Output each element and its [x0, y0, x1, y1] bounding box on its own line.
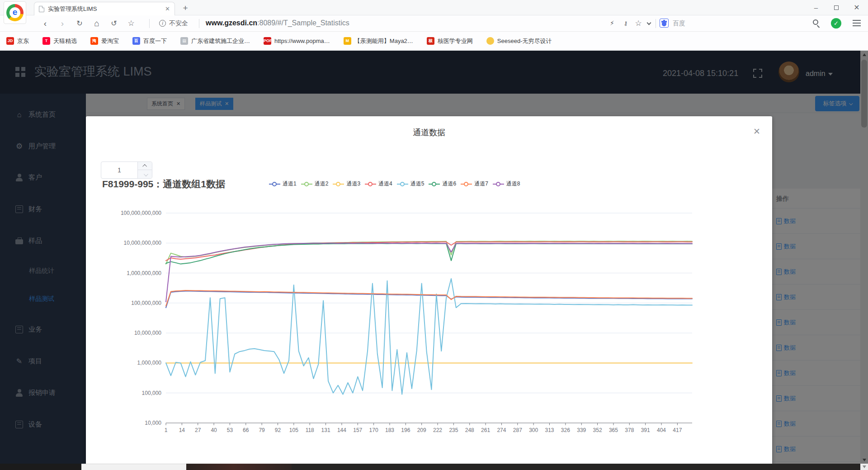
group-number-input[interactable]	[101, 162, 137, 178]
browser-logo-ring: e	[6, 4, 24, 21]
chart-title: F81999-995：通道数组1数据	[102, 178, 225, 190]
menu-icon[interactable]	[853, 20, 861, 26]
url-path: :8089/#/T_Sample_Statistics	[257, 19, 349, 27]
chart-legend: 通道1通道2通道3通道4通道5通道6通道7通道8	[269, 180, 520, 188]
tab-title: 实验管理系统LIMS	[48, 5, 162, 13]
bookmark-icon: 淘	[90, 37, 98, 45]
window-maximize-button[interactable]	[829, 2, 844, 14]
y-axis-tick-label: 1,000,000	[137, 360, 162, 366]
bookmark-item[interactable]: 淘爱淘宝	[90, 37, 119, 45]
new-tab-button[interactable]: +	[180, 3, 191, 14]
x-axis-tick-label: 365	[609, 427, 618, 433]
info-icon[interactable]: i	[159, 20, 166, 27]
browser-logo-e: e	[9, 7, 20, 18]
x-axis-tick-label: 14	[179, 427, 185, 433]
reload-icon[interactable]: ↻	[73, 17, 86, 30]
key-icon[interactable]: ⚷	[619, 17, 632, 30]
y-axis-tick-label: 10,000,000,000	[124, 240, 162, 246]
legend-item-通道2[interactable]: 通道2	[301, 180, 329, 188]
tab-close-icon[interactable]: ✕	[165, 5, 170, 12]
y-axis-tick-label: 100,000	[142, 390, 162, 396]
window-minimize-button[interactable]: –	[808, 2, 824, 14]
legend-label: 通道4	[378, 180, 392, 188]
bookmark-label: 百度一下	[143, 37, 167, 45]
horizontal-scrollbar[interactable]	[81, 464, 186, 470]
legend-item-通道7[interactable]: 通道7	[461, 180, 488, 188]
browser-tab[interactable]: 实验管理系统LIMS ✕	[34, 2, 175, 15]
y-axis-tick-label: 10,000,000	[134, 330, 161, 336]
bookmark-label: Seeseed-无穷尽设计	[497, 37, 552, 45]
url-bar[interactable]: www.gzesdi.cn:8089/#/T_Sample_Statistics	[206, 19, 349, 27]
security-label[interactable]: 不安全	[169, 19, 188, 28]
group-number-stepper	[101, 161, 152, 179]
chevron-down-icon[interactable]	[647, 21, 651, 25]
bookmark-icon: 核	[427, 37, 434, 45]
divider	[199, 19, 199, 28]
x-axis-tick-label: 261	[481, 427, 490, 433]
safety-badge-icon[interactable]: ✓	[831, 18, 841, 28]
bookmark-item[interactable]: JD京东	[6, 37, 29, 45]
browser-toolbar: ‹ › ↻ ⌂ ↺ ☆ i 不安全 www.gzesdi.cn:8089/#/T…	[0, 15, 868, 32]
search-engine-label[interactable]: 百度	[673, 19, 685, 28]
bookmark-label: 核医学专业网	[438, 37, 473, 45]
browser-logo: e	[4, 1, 26, 24]
forward-icon[interactable]: ›	[56, 17, 69, 30]
x-axis-tick-label: 144	[337, 427, 346, 433]
bookmark-label: https://www.popma…	[274, 38, 330, 44]
legend-item-通道5[interactable]: 通道5	[397, 180, 425, 188]
legend-marker-icon	[493, 181, 504, 187]
home-icon[interactable]: ⌂	[90, 17, 103, 30]
bookmark-icon: POP	[264, 37, 271, 45]
baidu-icon[interactable]	[660, 19, 669, 28]
y-axis-tick-label: 100,000,000,000	[121, 210, 161, 216]
increase-button[interactable]	[138, 162, 152, 170]
window-close-button[interactable]: ✕	[849, 2, 864, 14]
x-axis-tick-label: 274	[497, 427, 506, 433]
legend-item-通道3[interactable]: 通道3	[333, 180, 360, 188]
legend-item-通道4[interactable]: 通道4	[365, 180, 392, 188]
screen: e 实验管理系统LIMS ✕ + – ✕ ‹ › ↻ ⌂ ↺ ☆ i 不安全 w…	[0, 0, 868, 470]
y-axis-tick-label: 100,000,000	[131, 300, 161, 306]
x-axis-tick-label: 287	[513, 427, 522, 433]
legend-marker-icon	[301, 181, 312, 187]
x-axis-tick-label: 378	[625, 427, 634, 433]
bottom-strip-dark	[0, 464, 81, 470]
series-line-通道6	[166, 243, 692, 264]
bookmark-label: 天猫精选	[53, 37, 77, 45]
legend-label: 通道2	[315, 180, 329, 188]
dialog-close-icon[interactable]: ✕	[751, 126, 762, 137]
bookmark-icon: T	[42, 37, 50, 45]
undo-icon[interactable]: ↺	[108, 17, 120, 30]
bookmark-item[interactable]: T天猫精选	[42, 37, 77, 45]
flash-icon[interactable]: ⚡	[606, 17, 618, 30]
series-line-通道2	[166, 241, 692, 264]
x-axis-tick-label: 339	[577, 427, 586, 433]
x-axis-tick-label: 248	[465, 427, 474, 433]
legend-marker-icon	[397, 181, 408, 187]
x-axis-tick-label: 170	[369, 427, 378, 433]
bookmark-item[interactable]: M【亲测能用】Maya2…	[344, 37, 413, 45]
x-axis-tick-label: 92	[275, 427, 281, 433]
bookmark-item[interactable]: POPhttps://www.popma…	[264, 37, 330, 45]
x-axis-tick-label: 40	[211, 427, 217, 433]
legend-marker-icon	[429, 181, 440, 187]
bookmark-star-icon[interactable]: ☆	[125, 17, 137, 30]
x-axis-tick-label: 157	[353, 427, 362, 433]
x-axis-tick-label: 66	[243, 427, 249, 433]
legend-item-通道6[interactable]: 通道6	[429, 180, 456, 188]
legend-label: 通道7	[474, 180, 488, 188]
legend-item-通道8[interactable]: 通道8	[493, 180, 520, 188]
bookmark-item[interactable]: 百百度一下	[132, 37, 167, 45]
x-axis-tick-label: 118	[306, 427, 314, 433]
bookmark-item[interactable]: 核核医学专业网	[427, 37, 473, 45]
bookmark-icon: M	[344, 37, 351, 45]
bookmark-icon	[486, 37, 494, 45]
bookmark-item[interactable]: Seeseed-无穷尽设计	[486, 37, 552, 45]
chart-canvas: 100,000,000,00010,000,000,0001,000,000,0…	[86, 200, 772, 462]
series-line-通道5	[166, 279, 692, 394]
legend-item-通道1[interactable]: 通道1	[269, 180, 297, 188]
back-icon[interactable]: ‹	[39, 17, 52, 30]
star-icon[interactable]: ☆	[632, 17, 645, 30]
search-icon[interactable]	[813, 19, 818, 25]
bookmark-item[interactable]: ▤广东省建筑施工企业…	[180, 37, 250, 45]
